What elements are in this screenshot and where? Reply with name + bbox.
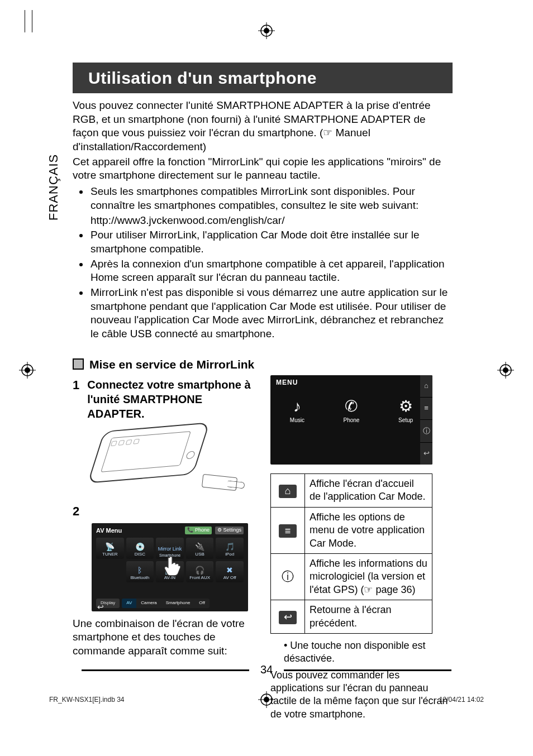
menu-item-label: Setup [398, 417, 413, 424]
music-note-icon: ♪ [293, 399, 301, 414]
sidebar-back-icon[interactable]: ↩ [420, 443, 432, 465]
tap-hand-icon [163, 554, 183, 577]
step-2-caption: Une combinaison de l'écran de votre smar… [73, 617, 255, 658]
icon-description: Affiche l'écran d'accueil de l'applicati… [305, 473, 432, 507]
icon-description-table: ⌂ Affiche l'écran d'accueil de l'applica… [270, 473, 432, 634]
av-tile-bluetooth[interactable]: ᛒBluetooth [126, 561, 154, 582]
table-row: ↩ Retourne à l'écran précédent. [271, 600, 432, 634]
page-number: 34 [260, 663, 273, 676]
home-icon: ⌂ [279, 485, 297, 498]
av-tile-usb[interactable]: 🔌USB [186, 538, 214, 559]
step-number: 1 [73, 377, 79, 421]
step-2: 2 [73, 504, 255, 520]
av-tile-avoff[interactable]: ✖AV Off [216, 561, 244, 582]
icon-description: Retourne à l'écran précédent. [305, 600, 432, 634]
bullet-item: Pour utiliser MirrorLink, l'application … [89, 228, 453, 256]
footer-rule [82, 669, 249, 671]
phone-icon: ✆ [345, 399, 358, 414]
menu-item-label: Music [290, 417, 304, 424]
av-display-segment[interactable]: AV Camera Smartphone Off [122, 599, 210, 607]
registration-mark-right [497, 362, 514, 379]
return-icon: ↩ [279, 611, 297, 624]
bullet-text: Seuls les smartphones compatibles Mirror… [91, 185, 418, 211]
menu-item-music[interactable]: ♪ Music [290, 399, 304, 424]
section-heading: Mise en service de MirrorLink [73, 357, 453, 372]
sidebar-menu-icon[interactable]: ≡ [420, 398, 432, 420]
av-menu-screenshot: AV Menu 📞 Phone ⚙ Settings 📡TUNER 💿DISC … [92, 523, 248, 611]
menu-lines-icon: ≡ [279, 524, 297, 538]
sidebar-info-icon[interactable]: ⓘ [420, 420, 432, 442]
bullet-item: Seuls les smartphones compatibles Mirror… [89, 185, 453, 227]
intro-paragraph-2: Cet appareil offre la fonction "MirrorLi… [73, 155, 453, 183]
trim-mark-top-left [25, 10, 47, 32]
info-icon: ⓘ [282, 570, 294, 583]
av-menu-title: AV Menu [96, 527, 122, 534]
note-bullet: • Une touche non disponible est désactiv… [284, 639, 453, 666]
slug-filename: FR_KW-NSX1[E].indb 34 [49, 696, 125, 705]
footer-rule [284, 669, 451, 671]
car-mode-menu-screenshot: MENU ♪ Music ✆ Phone ⚙ Setup [270, 375, 432, 465]
print-slug-line: FR_KW-NSX1[E].indb 34 12/04/21 14:02 [49, 696, 484, 705]
sidebar-home-icon[interactable]: ⌂ [420, 375, 432, 398]
av-menu-settings-button[interactable]: ⚙ Settings [215, 527, 244, 534]
slug-timestamp: 12/04/21 14:02 [439, 696, 484, 705]
table-row: ⓘ Affiche les informations du micrologic… [271, 553, 432, 600]
av-menu-phone-button[interactable]: 📞 Phone [185, 527, 212, 534]
table-row: ⌂ Affiche l'écran d'accueil de l'applica… [271, 473, 432, 507]
menu-item-label: Phone [344, 417, 360, 424]
av-tile-ipod[interactable]: 🎵iPod [216, 538, 244, 559]
menu-item-setup[interactable]: ⚙ Setup [398, 399, 413, 424]
step-text: Connectez votre smartphone à l'unité SMA… [87, 377, 255, 421]
intro-bullet-list: Seuls les smartphones compatibles Mirror… [73, 185, 453, 341]
menu-header: MENU [270, 375, 432, 391]
section-heading-text: Mise en service de MirrorLink [89, 357, 254, 372]
bullet-item: Après la connexion d'un smartphone compa… [89, 257, 453, 285]
section-marker-icon [73, 358, 84, 370]
step-1: 1 Connectez votre smartphone à l'unité S… [73, 377, 255, 421]
menu-item-phone[interactable]: ✆ Phone [344, 399, 360, 424]
av-tile-disc[interactable]: 💿DISC [126, 538, 154, 559]
back-icon[interactable]: ↩ [97, 602, 104, 612]
icon-description: Affiche les informations du micrologicie… [305, 553, 432, 600]
intro-paragraph-1: Vous pouvez connecter l'unité SMARTPHONE… [73, 99, 453, 154]
registration-mark-top [258, 22, 275, 39]
bullet-url: http://www3.jvckenwood.com/english/car/ [91, 214, 453, 228]
step-number: 2 [73, 504, 84, 520]
bullet-item: MirrorLink n'est pas disponible si vous … [89, 286, 453, 341]
language-tab: FRANÇAIS [46, 154, 62, 221]
av-tile-frontaux[interactable]: 🎧Front AUX [186, 561, 214, 582]
gear-icon: ⚙ [399, 399, 413, 414]
av-tile-tuner[interactable]: 📡TUNER [96, 538, 124, 559]
icon-description: Affiche les options de menu de votre app… [305, 507, 432, 553]
smartphone-connection-illustration [92, 425, 242, 498]
page-title: Utilisation d'un smartphone [73, 63, 453, 93]
page-number-footer: 34 [0, 662, 533, 677]
table-row: ≡ Affiche les options de menu de votre a… [271, 507, 432, 553]
registration-mark-left [19, 362, 36, 379]
menu-sidebar: ⌂ ≡ ⓘ ↩ [420, 375, 432, 465]
